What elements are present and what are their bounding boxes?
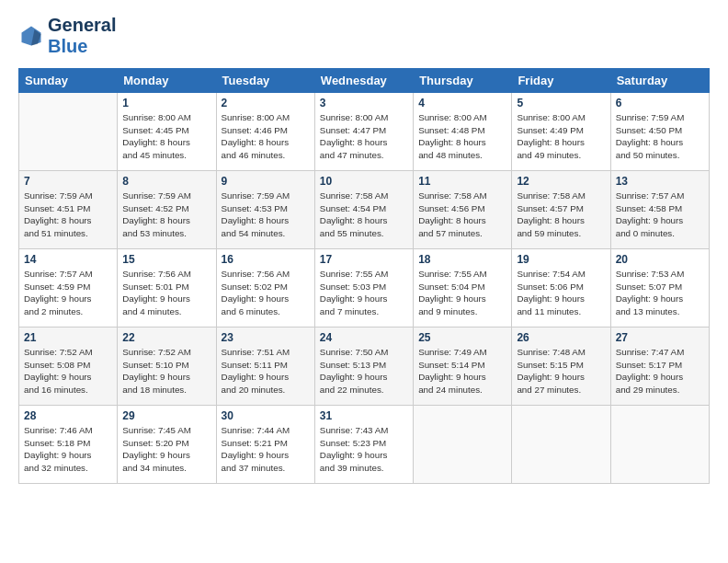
day-info: Sunrise: 8:00 AM Sunset: 4:46 PM Dayligh…	[222, 111, 310, 162]
calendar-cell: 28Sunrise: 7:46 AM Sunset: 5:18 PM Dayli…	[19, 406, 118, 484]
day-info: Sunrise: 7:52 AM Sunset: 5:08 PM Dayligh…	[24, 346, 112, 396]
day-number: 25	[418, 331, 506, 344]
day-info: Sunrise: 7:46 AM Sunset: 5:18 PM Dayligh…	[24, 424, 112, 475]
day-info: Sunrise: 7:44 AM Sunset: 5:21 PM Dayligh…	[222, 424, 310, 475]
day-info: Sunrise: 7:59 AM Sunset: 4:52 PM Dayligh…	[122, 190, 210, 240]
calendar-week-row: 21Sunrise: 7:52 AM Sunset: 5:08 PM Dayli…	[19, 327, 710, 406]
day-info: Sunrise: 7:57 AM Sunset: 4:59 PM Dayligh…	[24, 268, 112, 318]
day-info: Sunrise: 7:45 AM Sunset: 5:20 PM Dayligh…	[122, 424, 210, 475]
day-info: Sunrise: 7:58 AM Sunset: 4:57 PM Dayligh…	[517, 190, 605, 240]
calendar-cell	[610, 406, 709, 484]
weekday-header-saturday: Saturday	[610, 69, 709, 93]
calendar-week-row: 14Sunrise: 7:57 AM Sunset: 4:59 PM Dayli…	[19, 249, 710, 327]
calendar-cell: 9Sunrise: 7:59 AM Sunset: 4:53 PM Daylig…	[216, 171, 314, 249]
weekday-header-tuesday: Tuesday	[216, 69, 314, 93]
calendar-cell: 3Sunrise: 8:00 AM Sunset: 4:47 PM Daylig…	[314, 93, 413, 171]
calendar-cell: 21Sunrise: 7:52 AM Sunset: 5:08 PM Dayli…	[19, 327, 118, 406]
weekday-header-row: SundayMondayTuesdayWednesdayThursdayFrid…	[19, 69, 710, 93]
logo-icon	[18, 23, 44, 49]
day-number: 10	[320, 175, 408, 188]
day-number: 13	[616, 175, 704, 188]
calendar-cell	[512, 406, 610, 484]
day-number: 27	[616, 331, 704, 344]
calendar-table: SundayMondayTuesdayWednesdayThursdayFrid…	[18, 68, 710, 484]
calendar-cell: 18Sunrise: 7:55 AM Sunset: 5:04 PM Dayli…	[414, 249, 512, 327]
day-number: 19	[517, 253, 605, 266]
calendar-cell: 17Sunrise: 7:55 AM Sunset: 5:03 PM Dayli…	[314, 249, 413, 327]
day-info: Sunrise: 7:57 AM Sunset: 4:58 PM Dayligh…	[616, 190, 704, 240]
day-number: 21	[24, 331, 112, 344]
calendar-week-row: 7Sunrise: 7:59 AM Sunset: 4:51 PM Daylig…	[19, 171, 710, 249]
calendar-cell: 31Sunrise: 7:43 AM Sunset: 5:23 PM Dayli…	[314, 406, 413, 484]
day-number: 29	[122, 409, 210, 422]
calendar-header: General Blue	[18, 15, 710, 57]
day-number: 3	[320, 97, 408, 109]
day-info: Sunrise: 7:51 AM Sunset: 5:11 PM Dayligh…	[222, 346, 310, 396]
calendar-week-row: 1Sunrise: 8:00 AM Sunset: 4:45 PM Daylig…	[19, 93, 710, 171]
day-info: Sunrise: 7:56 AM Sunset: 5:01 PM Dayligh…	[122, 268, 210, 318]
calendar-cell: 25Sunrise: 7:49 AM Sunset: 5:14 PM Dayli…	[414, 327, 512, 406]
day-number: 23	[222, 331, 310, 344]
day-number: 4	[418, 97, 506, 109]
day-number: 16	[222, 253, 310, 266]
day-number: 17	[320, 253, 408, 266]
day-number: 6	[616, 97, 704, 109]
calendar-cell: 20Sunrise: 7:53 AM Sunset: 5:07 PM Dayli…	[610, 249, 709, 327]
calendar-cell: 5Sunrise: 8:00 AM Sunset: 4:49 PM Daylig…	[512, 93, 610, 171]
calendar-cell: 24Sunrise: 7:50 AM Sunset: 5:13 PM Dayli…	[314, 327, 413, 406]
calendar-cell: 29Sunrise: 7:45 AM Sunset: 5:20 PM Dayli…	[118, 406, 216, 484]
calendar-cell: 26Sunrise: 7:48 AM Sunset: 5:15 PM Dayli…	[512, 327, 610, 406]
calendar-cell: 6Sunrise: 7:59 AM Sunset: 4:50 PM Daylig…	[610, 93, 709, 171]
calendar-cell: 7Sunrise: 7:59 AM Sunset: 4:51 PM Daylig…	[19, 171, 118, 249]
day-info: Sunrise: 7:55 AM Sunset: 5:03 PM Dayligh…	[320, 268, 408, 318]
day-number: 28	[24, 409, 112, 422]
calendar-cell: 11Sunrise: 7:58 AM Sunset: 4:56 PM Dayli…	[414, 171, 512, 249]
day-number: 11	[418, 175, 506, 188]
calendar-cell: 27Sunrise: 7:47 AM Sunset: 5:17 PM Dayli…	[610, 327, 709, 406]
calendar-week-row: 28Sunrise: 7:46 AM Sunset: 5:18 PM Dayli…	[19, 406, 710, 484]
day-info: Sunrise: 7:59 AM Sunset: 4:50 PM Dayligh…	[616, 111, 704, 162]
calendar-cell: 15Sunrise: 7:56 AM Sunset: 5:01 PM Dayli…	[118, 249, 216, 327]
calendar-container: General Blue SundayMondayTuesdayWednesda…	[0, 0, 728, 493]
day-info: Sunrise: 7:56 AM Sunset: 5:02 PM Dayligh…	[222, 268, 310, 318]
calendar-cell: 12Sunrise: 7:58 AM Sunset: 4:57 PM Dayli…	[512, 171, 610, 249]
day-info: Sunrise: 8:00 AM Sunset: 4:48 PM Dayligh…	[418, 111, 506, 162]
calendar-cell: 22Sunrise: 7:52 AM Sunset: 5:10 PM Dayli…	[118, 327, 216, 406]
day-info: Sunrise: 7:58 AM Sunset: 4:56 PM Dayligh…	[418, 190, 506, 240]
day-number: 5	[517, 97, 605, 109]
day-info: Sunrise: 8:00 AM Sunset: 4:45 PM Dayligh…	[122, 111, 210, 162]
day-number: 24	[320, 331, 408, 344]
weekday-header-thursday: Thursday	[414, 69, 512, 93]
day-info: Sunrise: 7:52 AM Sunset: 5:10 PM Dayligh…	[122, 346, 210, 396]
day-number: 2	[222, 97, 310, 109]
day-number: 8	[122, 175, 210, 188]
calendar-cell: 2Sunrise: 8:00 AM Sunset: 4:46 PM Daylig…	[216, 93, 314, 171]
day-info: Sunrise: 8:00 AM Sunset: 4:49 PM Dayligh…	[517, 111, 605, 162]
calendar-cell: 8Sunrise: 7:59 AM Sunset: 4:52 PM Daylig…	[118, 171, 216, 249]
day-number: 9	[222, 175, 310, 188]
day-number: 12	[517, 175, 605, 188]
day-info: Sunrise: 7:58 AM Sunset: 4:54 PM Dayligh…	[320, 190, 408, 240]
day-info: Sunrise: 8:00 AM Sunset: 4:47 PM Dayligh…	[320, 111, 408, 162]
weekday-header-wednesday: Wednesday	[314, 69, 413, 93]
day-number: 22	[122, 331, 210, 344]
calendar-cell	[19, 93, 118, 171]
calendar-cell: 1Sunrise: 8:00 AM Sunset: 4:45 PM Daylig…	[118, 93, 216, 171]
day-info: Sunrise: 7:55 AM Sunset: 5:04 PM Dayligh…	[418, 268, 506, 318]
day-number: 7	[24, 175, 112, 188]
calendar-cell	[414, 406, 512, 484]
calendar-cell: 19Sunrise: 7:54 AM Sunset: 5:06 PM Dayli…	[512, 249, 610, 327]
day-number: 20	[616, 253, 704, 266]
day-info: Sunrise: 7:53 AM Sunset: 5:07 PM Dayligh…	[616, 268, 704, 318]
weekday-header-sunday: Sunday	[19, 69, 118, 93]
day-number: 31	[320, 409, 408, 422]
logo: General Blue	[18, 15, 116, 57]
day-info: Sunrise: 7:43 AM Sunset: 5:23 PM Dayligh…	[320, 424, 408, 475]
day-number: 26	[517, 331, 605, 344]
day-number: 15	[122, 253, 210, 266]
weekday-header-friday: Friday	[512, 69, 610, 93]
day-info: Sunrise: 7:47 AM Sunset: 5:17 PM Dayligh…	[616, 346, 704, 396]
day-number: 1	[122, 97, 210, 109]
day-number: 30	[222, 409, 310, 422]
calendar-cell: 16Sunrise: 7:56 AM Sunset: 5:02 PM Dayli…	[216, 249, 314, 327]
